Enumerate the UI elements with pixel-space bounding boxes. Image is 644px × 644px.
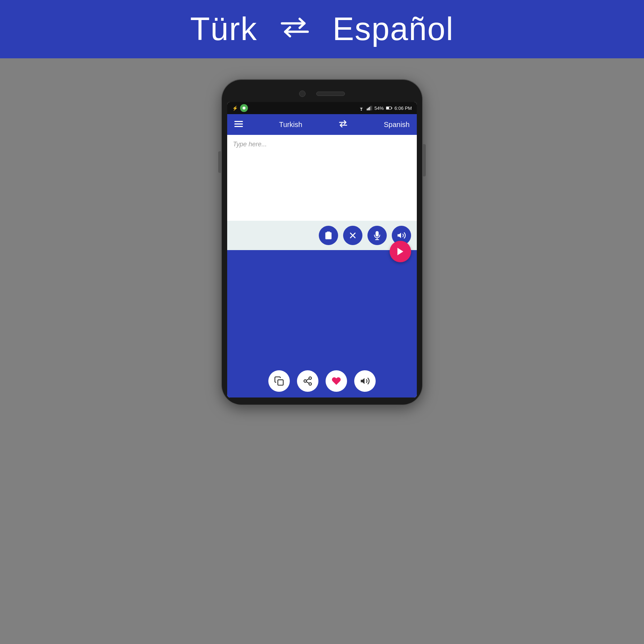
notification-icon bbox=[240, 104, 248, 112]
svg-rect-13 bbox=[327, 231, 330, 233]
svg-rect-20 bbox=[278, 380, 283, 385]
banner-source-lang[interactable]: Türk bbox=[190, 11, 257, 48]
earpiece bbox=[316, 92, 345, 96]
volume-button bbox=[218, 151, 221, 173]
status-right-icons: 54% 6:06 PM bbox=[358, 106, 412, 111]
status-left-icons: ⚡ bbox=[232, 104, 248, 112]
svg-rect-3 bbox=[368, 108, 369, 110]
svg-marker-19 bbox=[397, 248, 403, 255]
svg-rect-8 bbox=[386, 107, 389, 109]
svg-rect-2 bbox=[367, 109, 367, 111]
svg-line-25 bbox=[306, 379, 309, 381]
toolbar-swap-icon[interactable] bbox=[338, 120, 348, 129]
svg-marker-26 bbox=[361, 378, 365, 384]
clear-button[interactable] bbox=[343, 226, 362, 245]
svg-marker-18 bbox=[397, 233, 401, 238]
microphone-button[interactable] bbox=[367, 226, 387, 245]
translation-input-area[interactable]: Type here... bbox=[227, 135, 417, 221]
top-banner: Türk Español bbox=[0, 0, 644, 58]
banner-target-lang[interactable]: Español bbox=[332, 11, 454, 48]
phone-top-hardware bbox=[227, 87, 417, 102]
banner-swap-icon[interactable] bbox=[279, 11, 311, 48]
svg-rect-10 bbox=[234, 121, 243, 122]
wifi-icon bbox=[358, 106, 365, 111]
copy-button[interactable] bbox=[268, 370, 290, 392]
favorite-button[interactable] bbox=[326, 370, 347, 392]
power-button bbox=[423, 144, 426, 176]
tts-bottom-button[interactable] bbox=[354, 370, 376, 392]
svg-point-0 bbox=[243, 107, 245, 109]
battery-level: 54% bbox=[375, 106, 384, 111]
svg-rect-12 bbox=[234, 126, 243, 127]
svg-point-1 bbox=[361, 110, 362, 111]
share-button[interactable] bbox=[297, 370, 318, 392]
svg-point-23 bbox=[309, 383, 312, 385]
svg-point-22 bbox=[304, 380, 307, 382]
usb-icon: ⚡ bbox=[232, 106, 238, 111]
svg-rect-9 bbox=[391, 108, 392, 109]
input-placeholder-text: Type here... bbox=[233, 141, 267, 148]
svg-rect-11 bbox=[234, 123, 243, 125]
phone-screen: ⚡ bbox=[227, 102, 417, 397]
svg-line-24 bbox=[306, 382, 309, 384]
send-button[interactable] bbox=[390, 241, 411, 262]
front-camera bbox=[299, 91, 306, 97]
bottom-action-row bbox=[227, 365, 417, 397]
action-buttons-row bbox=[227, 221, 417, 250]
phone-body: ⚡ bbox=[222, 80, 422, 405]
svg-rect-4 bbox=[369, 107, 370, 111]
phone-mockup: ⚡ bbox=[222, 80, 422, 405]
menu-icon[interactable] bbox=[234, 119, 243, 130]
translation-output-area bbox=[227, 250, 417, 365]
svg-point-21 bbox=[309, 377, 312, 379]
time-display: 6:06 PM bbox=[395, 106, 412, 111]
battery-icon bbox=[386, 106, 392, 110]
clipboard-button[interactable] bbox=[319, 226, 338, 245]
toolbar-target-lang[interactable]: Spanish bbox=[384, 121, 410, 129]
svg-rect-6 bbox=[371, 106, 372, 111]
status-bar: ⚡ bbox=[227, 102, 417, 114]
app-toolbar: Turkish Spanish bbox=[227, 114, 417, 135]
toolbar-source-lang[interactable]: Turkish bbox=[279, 121, 302, 129]
signal-icon bbox=[367, 106, 372, 111]
svg-rect-5 bbox=[370, 106, 371, 110]
